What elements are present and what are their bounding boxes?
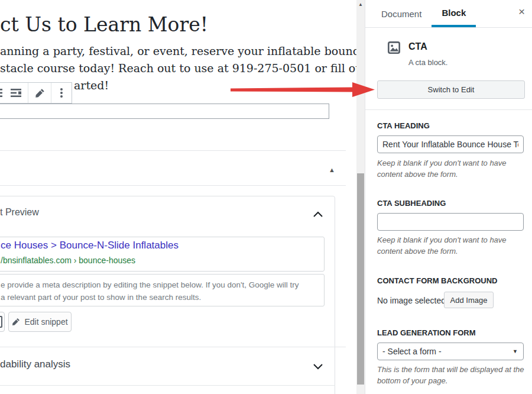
scrollbar-up-arrow-icon[interactable]: ▲	[356, 0, 365, 7]
cta-heading-input[interactable]	[377, 135, 524, 153]
pencil-icon	[35, 88, 45, 98]
indent-button[interactable]	[4, 83, 28, 103]
settings-sidebar: Document Block × CTA A cta block. Switch…	[365, 0, 532, 394]
dropdown-arrow-icon: ▼	[512, 348, 518, 354]
divider	[0, 150, 346, 151]
kebab-icon	[60, 87, 63, 99]
editor-scrollbar[interactable]: ▲	[356, 0, 365, 394]
cta-subheading-label: CTA SUBHEADING	[377, 199, 446, 208]
cta-block-icon-wrap	[388, 41, 400, 56]
switch-to-edit-button[interactable]: Switch to Edit	[377, 80, 525, 99]
cta-heading-help: Keep it blank if you don't want to have …	[377, 157, 518, 180]
snippet-preview-collapse-button[interactable]	[313, 209, 323, 219]
snippet-title-box[interactable]: ce Houses > Bounce-N-Slide Inflatables /…	[0, 237, 325, 272]
mobile-preview-button[interactable]	[0, 312, 5, 332]
seo-preview-title: ce Houses > Bounce-N-Slide Inflatables	[1, 240, 179, 251]
snippet-description-box[interactable]: e provide a meta description by editing …	[0, 274, 325, 306]
pencil-icon	[12, 318, 20, 326]
readability-expand-button[interactable]	[313, 361, 323, 372]
lead-generation-form-label: LEAD GENERATION FORM	[377, 328, 476, 337]
more-options-button[interactable]	[51, 83, 72, 103]
form-select-value: - Select a form -	[382, 347, 442, 356]
no-image-selected-text: No image selected	[377, 296, 446, 305]
triangle-up-icon: ▲	[329, 166, 335, 173]
scrollbar-thumb[interactable]	[357, 173, 364, 385]
sidebar-header: Document Block ×	[365, 0, 532, 28]
tab-document[interactable]: Document	[371, 0, 432, 27]
edit-snippet-button[interactable]: Edit snippet	[8, 312, 72, 332]
indent-icon	[11, 89, 21, 97]
image-block-icon	[388, 41, 400, 54]
block-description: A cta block.	[408, 58, 447, 67]
cta-subheading-help: Keep it blank if you don't want to have …	[377, 234, 518, 257]
wordpress-block-editor-screen: ct Us to Learn More! anning a party, fes…	[0, 0, 532, 394]
seo-preview-url: /bnsinflatables.com › bounce-houses	[1, 256, 135, 265]
divider	[365, 109, 532, 110]
mobile-phone-icon	[0, 316, 2, 328]
block-title: CTA	[408, 41, 427, 52]
metabox-collapse-button[interactable]: ▲	[329, 167, 335, 173]
cta-heading-label: CTA HEADING	[377, 121, 430, 130]
divider	[0, 185, 346, 186]
snippet-preview-header: t Preview	[0, 207, 39, 218]
contact-form-background-label: CONTACT FORM BACKGROUND	[377, 276, 497, 285]
divider	[0, 347, 346, 347]
edit-snippet-label: Edit snippet	[24, 317, 67, 327]
close-sidebar-button[interactable]: ×	[518, 6, 525, 17]
paragraph-line-1: anning a party, festival, or event, rese…	[0, 43, 407, 60]
meta-description-line-1: e provide a meta description by editing …	[1, 279, 299, 291]
divider	[0, 385, 335, 386]
red-arrow-annotation	[231, 80, 376, 99]
outdent-icon	[0, 89, 2, 97]
add-image-button[interactable]: Add Image	[444, 292, 494, 308]
edit-button[interactable]	[28, 83, 51, 103]
lead-generation-form-help: This is the form that will be displayed …	[377, 364, 525, 386]
post-heading[interactable]: ct Us to Learn More!	[0, 13, 208, 36]
readability-analysis-header[interactable]: dability analysis	[0, 359, 70, 370]
cta-block-input[interactable]	[0, 104, 329, 119]
block-toolbar	[0, 82, 72, 104]
chevron-down-icon	[313, 364, 323, 370]
meta-description-line-2: a relevant part of your post to show in …	[1, 291, 299, 303]
cta-subheading-input[interactable]	[377, 213, 524, 231]
paragraph-line-2: stacle course today! Reach out to use at…	[0, 60, 407, 77]
form-select[interactable]: - Select a form - ▼	[377, 343, 524, 360]
tab-block[interactable]: Block	[432, 0, 476, 27]
chevron-up-icon	[313, 211, 323, 217]
